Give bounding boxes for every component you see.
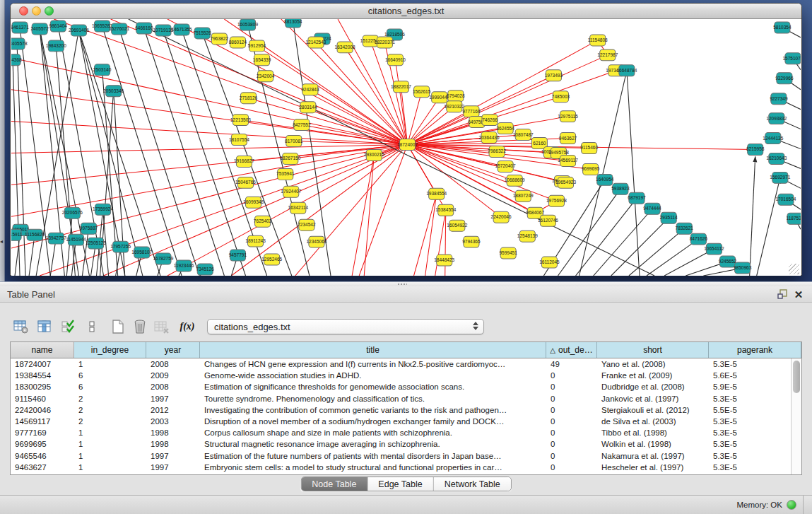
network-node[interactable]: 18405578 (11, 38, 28, 49)
network-node[interactable]: 15384554 (435, 204, 456, 216)
network-node[interactable]: 7515526 (194, 28, 212, 39)
network-node[interactable]: 7345126 (196, 264, 215, 275)
table-cell[interactable]: 14569117 (11, 416, 74, 427)
column-edit-icon[interactable] (36, 318, 53, 335)
network-node[interactable]: 18267150 (280, 153, 300, 164)
network-node[interactable]: 2342004 (257, 71, 275, 82)
network-node[interactable]: 15720407 (495, 160, 516, 172)
table-cell[interactable]: 2009 (146, 370, 200, 381)
new-table-icon[interactable] (110, 318, 126, 335)
row-height-icon[interactable] (83, 318, 100, 335)
network-node[interactable]: 9227349 (770, 93, 788, 105)
network-node[interactable]: 9714368 (11, 54, 22, 66)
network-node[interactable]: 9850963 (734, 262, 752, 274)
table-cell[interactable]: 0 (546, 393, 597, 404)
network-node[interactable]: 7234542 (298, 219, 316, 230)
table-cell[interactable]: Structural magnetic resonance image aver… (200, 438, 546, 450)
control-panel-splitter[interactable]: ◂ (0, 0, 5, 281)
network-node[interactable]: 10654112 (704, 243, 724, 255)
network-node[interactable]: 20503346 (103, 86, 124, 97)
network-node[interactable]: 18220371 (375, 37, 395, 48)
network-node[interactable]: 7963822 (211, 33, 229, 45)
column-header-out_de[interactable]: △out_de… (546, 342, 597, 358)
network-node[interactable]: 2803144 (299, 102, 317, 113)
network-node[interactable]: 2718126 (240, 93, 258, 104)
network-node[interactable]: 8461371 (11, 22, 29, 33)
network-window-titlebar[interactable]: citations_edges.txt (11, 4, 801, 19)
table-cell[interactable]: 22420046 (11, 404, 74, 416)
table-cell[interactable]: 1998 (146, 427, 200, 438)
table-cell[interactable]: 18724007 (11, 358, 74, 370)
network-node[interactable]: 12345063 (306, 236, 326, 247)
table-cell[interactable]: 2008 (146, 381, 200, 392)
network-node[interactable]: 22420046 (491, 211, 512, 223)
network-node[interactable]: 19843200 (46, 40, 66, 52)
network-node[interactable]: 29300215 (364, 149, 384, 160)
network-node[interactable]: 16099348 (243, 197, 264, 208)
table-cell[interactable]: 5.3E-5 (709, 393, 801, 404)
network-node[interactable]: 8813054 (284, 19, 302, 28)
network-node[interactable]: 16958107 (131, 247, 152, 258)
network-node[interactable]: 10688609 (505, 175, 525, 186)
table-cell[interactable]: 1 (74, 462, 146, 473)
network-node[interactable]: 10719135 (153, 25, 173, 36)
delete-row-icon[interactable] (131, 318, 148, 335)
network-node[interactable]: 6794028 (447, 90, 465, 102)
table-cell[interactable]: 1 (74, 438, 146, 450)
network-node[interactable]: 15692971 (770, 172, 790, 183)
table-cell[interactable]: 9463627 (11, 462, 74, 473)
network-node[interactable]: 8860124 (229, 37, 247, 48)
select-rows-icon[interactable] (60, 318, 77, 335)
table-cell[interactable]: 1 (74, 450, 146, 462)
table-cell[interactable]: Stergiakouli et al. (2012) (597, 404, 709, 416)
table-cell[interactable]: Nakamura et al. (1997) (597, 450, 709, 462)
table-cell[interactable]: 19384554 (11, 370, 74, 381)
network-node[interactable]: 9329966 (775, 73, 794, 84)
network-node[interactable]: 7832621 (676, 223, 694, 234)
network-node[interactable]: 7535941 (276, 168, 295, 180)
network-node[interactable]: 9794365 (462, 236, 481, 247)
table-cell[interactable]: 9115460 (11, 393, 74, 404)
table-cell[interactable]: Tibbo et al. (1998) (597, 427, 709, 438)
table-cell[interactable]: 5.9E-5 (709, 381, 801, 392)
network-node[interactable]: 3624554 (496, 123, 514, 134)
network-node[interactable]: 20691406 (69, 25, 89, 36)
network-node[interactable]: 1640954 (596, 174, 614, 185)
network-node[interactable]: 20206576 (62, 207, 83, 218)
table-cell[interactable]: Tourette syndrome. Phenomenology and cla… (200, 393, 546, 404)
network-node[interactable]: 7625402 (254, 216, 272, 227)
table-cell[interactable]: 9777169 (11, 427, 74, 438)
network-node[interactable]: 19166827 (234, 156, 254, 167)
network-node[interactable]: 746266 (482, 115, 498, 126)
table-cell[interactable]: 0 (546, 450, 597, 462)
table-cell[interactable]: 2008 (146, 358, 200, 370)
network-node[interactable]: 2405572 (30, 23, 49, 35)
table-cell[interactable]: Dudbridge et al. (2008) (597, 381, 709, 392)
table-cell[interactable]: 1 (74, 427, 146, 438)
table-cell[interactable]: 9465546 (11, 450, 74, 462)
network-node[interactable]: 9861404 (49, 21, 68, 32)
table-cell[interactable]: Genome-wide association studies in ADHD. (200, 370, 546, 381)
memory-status-indicator[interactable] (787, 500, 796, 510)
table-cell[interactable]: 1997 (146, 450, 200, 462)
collapse-arrow-icon[interactable]: ◂ (0, 239, 3, 245)
network-node[interactable]: 9457791 (229, 250, 247, 261)
network-node[interactable]: 18911243 (245, 235, 266, 247)
table-cell[interactable]: Yano et al. (2008) (597, 358, 709, 370)
network-node[interactable]: 7986322 (488, 146, 506, 158)
network-node[interactable]: 5938923 (611, 183, 630, 194)
table-scrollbar[interactable] (791, 358, 801, 474)
network-node[interactable]: 12548139 (517, 230, 538, 242)
network-node[interactable]: 15751074 (782, 53, 801, 64)
network-node[interactable]: 18807249 (513, 190, 534, 201)
network-node[interactable]: 9242843 (301, 84, 319, 95)
tab-edge-table[interactable]: Edge Table (367, 477, 433, 491)
network-node[interactable]: 17957255 (110, 241, 131, 252)
table-cell[interactable]: Estimation of the future numbers of pati… (200, 450, 546, 462)
table-cell[interactable]: 2012 (146, 404, 200, 416)
table-settings-icon[interactable] (13, 318, 30, 335)
table-cell[interactable]: 5.6E-5 (709, 370, 801, 381)
table-cell[interactable]: 18300295 (11, 381, 74, 392)
table-cell[interactable]: 0 (546, 381, 597, 392)
network-node[interactable]: 9115460 (580, 143, 598, 154)
